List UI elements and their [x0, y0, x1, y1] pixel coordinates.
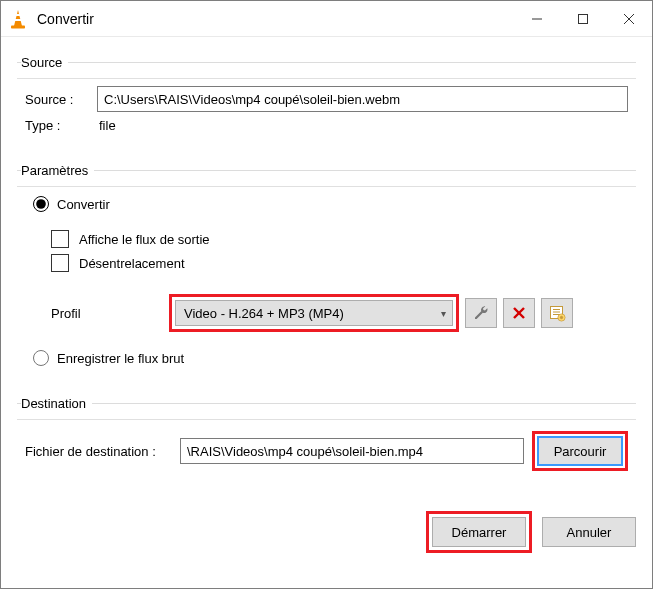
- x-icon: [511, 305, 527, 321]
- group-params: Paramètres Convertir Affiche le flux de …: [17, 163, 636, 378]
- cancel-button[interactable]: Annuler: [542, 517, 636, 547]
- radio-convert[interactable]: [33, 196, 49, 212]
- edit-profile-button[interactable]: [465, 298, 497, 328]
- source-label: Source :: [25, 92, 97, 107]
- browse-button[interactable]: Parcourir: [538, 437, 622, 465]
- source-input[interactable]: [97, 86, 628, 112]
- destination-file-input[interactable]: [180, 438, 524, 464]
- svg-rect-5: [579, 14, 588, 23]
- destination-file-label: Fichier de destination :: [25, 444, 180, 459]
- svg-rect-3: [11, 25, 25, 28]
- checkbox-show-output[interactable]: [51, 230, 69, 248]
- wrench-icon: [472, 304, 490, 322]
- window-title: Convertir: [37, 11, 514, 27]
- radio-convert-label: Convertir: [57, 197, 110, 212]
- svg-rect-1: [15, 14, 21, 16]
- group-source-legend: Source: [21, 55, 68, 70]
- new-profile-icon: [548, 304, 566, 322]
- svg-rect-2: [14, 19, 21, 21]
- profile-label: Profil: [51, 306, 169, 321]
- group-destination: Destination Fichier de destination : Par…: [17, 396, 636, 481]
- group-destination-legend: Destination: [21, 396, 92, 411]
- titlebar: Convertir: [1, 1, 652, 37]
- highlight-profile: Video - H.264 + MP3 (MP4) ▾: [169, 294, 459, 332]
- profile-dropdown[interactable]: Video - H.264 + MP3 (MP4) ▾: [175, 300, 453, 326]
- highlight-browse: Parcourir: [532, 431, 628, 471]
- checkbox-deinterlace-label: Désentrelacement: [79, 256, 185, 271]
- radio-dump-raw-label: Enregistrer le flux brut: [57, 351, 184, 366]
- radio-dump-raw[interactable]: [33, 350, 49, 366]
- group-source: Source Source : Type : file: [17, 55, 636, 145]
- svg-marker-0: [14, 10, 22, 26]
- start-button[interactable]: Démarrer: [432, 517, 526, 547]
- group-params-legend: Paramètres: [21, 163, 94, 178]
- chevron-down-icon: ▾: [441, 308, 446, 319]
- dialog-footer: Démarrer Annuler: [1, 501, 652, 553]
- checkbox-deinterlace[interactable]: [51, 254, 69, 272]
- vlc-cone-icon: [7, 8, 29, 30]
- profile-selected: Video - H.264 + MP3 (MP4): [184, 306, 344, 321]
- delete-profile-button[interactable]: [503, 298, 535, 328]
- type-label: Type :: [25, 118, 97, 133]
- close-button[interactable]: [606, 1, 652, 36]
- maximize-button[interactable]: [560, 1, 606, 36]
- minimize-button[interactable]: [514, 1, 560, 36]
- type-value: file: [97, 118, 116, 133]
- checkbox-show-output-label: Affiche le flux de sortie: [79, 232, 210, 247]
- highlight-start: Démarrer: [426, 511, 532, 553]
- new-profile-button[interactable]: [541, 298, 573, 328]
